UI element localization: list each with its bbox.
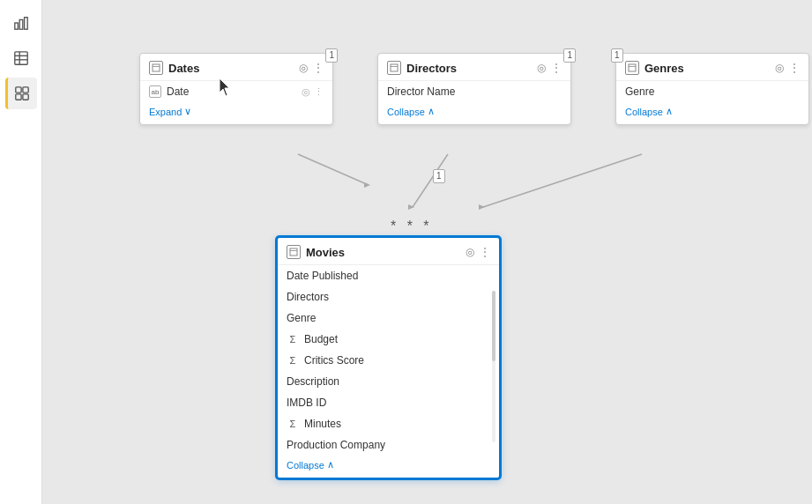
- genres-card-header: Genres ◎ ⋮: [616, 54, 808, 81]
- svg-rect-7: [16, 87, 21, 93]
- sidebar-item-bar-chart[interactable]: [5, 7, 37, 39]
- genres-title: Genres: [644, 62, 684, 75]
- movies-footer: Collapse ∧: [278, 456, 499, 478]
- movies-production-label: Production Company: [287, 439, 385, 451]
- director-name-label: Director Name: [387, 85, 455, 98]
- dates-more-icon[interactable]: ⋮: [313, 62, 324, 74]
- dates-card: Dates ◎ ⋮ ab Date ◎ ⋮ 1 Expand ∨: [139, 53, 333, 125]
- svg-line-13: [483, 154, 642, 207]
- sidebar-item-model[interactable]: [5, 78, 37, 109]
- svg-rect-10: [23, 94, 28, 100]
- date-field-icon: ab: [149, 85, 161, 98]
- movies-budget-label: Budget: [304, 333, 338, 345]
- svg-rect-3: [14, 52, 26, 64]
- svg-rect-9: [16, 94, 21, 100]
- directors-collapse-chevron: ∧: [428, 106, 435, 117]
- dates-eye-icon[interactable]: ◎: [299, 62, 308, 74]
- svg-marker-14: [364, 182, 370, 188]
- directors-field-name: Director Name: [378, 81, 570, 102]
- svg-rect-1: [19, 19, 23, 29]
- dates-expand-label: Expand: [149, 107, 182, 117]
- movies-date-published-label: Date Published: [287, 270, 358, 282]
- movies-critics-label: Critics Score: [304, 354, 364, 367]
- dates-table-icon: [149, 61, 163, 75]
- movies-field-minutes: Σ Minutes: [278, 413, 499, 434]
- mouse-cursor: [220, 78, 234, 101]
- movies-field-imdb-id: IMDB ID: [278, 392, 499, 413]
- svg-line-11: [298, 154, 369, 185]
- dates-card-header: Dates ◎ ⋮: [140, 54, 332, 81]
- svg-rect-0: [14, 23, 18, 29]
- svg-rect-2: [24, 18, 27, 30]
- genres-collapse-btn[interactable]: Collapse ∧: [625, 106, 800, 117]
- movies-imdb-label: IMDB ID: [287, 397, 326, 409]
- genres-table-icon: [625, 61, 639, 75]
- movies-field-date-published: Date Published: [278, 265, 499, 286]
- svg-rect-24: [290, 248, 297, 256]
- budget-sum-icon: Σ: [287, 334, 299, 345]
- directors-card-header: Directors ◎ ⋮: [378, 54, 570, 81]
- dates-field-date: ab Date ◎ ⋮: [140, 81, 332, 102]
- movies-field-description: Description: [278, 371, 499, 392]
- dates-badge: 1: [325, 48, 338, 63]
- movies-minutes-label: Minutes: [304, 418, 341, 430]
- svg-rect-20: [391, 64, 398, 71]
- movies-directors-label: Directors: [287, 291, 329, 303]
- movies-field-genre: Genre: [278, 308, 499, 329]
- genres-badge: 1: [611, 48, 623, 63]
- dates-expand-chevron: ∨: [184, 106, 191, 117]
- directors-collapse-btn[interactable]: Collapse ∧: [387, 106, 562, 117]
- movies-scrollbar-track: [492, 291, 495, 442]
- genres-footer: Collapse ∧: [616, 102, 808, 124]
- connector-badge-directors: 1: [433, 169, 445, 183]
- genres-more-icon[interactable]: ⋮: [789, 62, 800, 74]
- directors-footer: Collapse ∧: [378, 102, 570, 124]
- canvas: 1 Dates ◎ ⋮ ab Date ◎ ⋮: [42, 0, 812, 504]
- genres-card: Genres ◎ ⋮ Genre 1 Collapse ∧: [615, 53, 809, 125]
- movies-collapse-label: Collapse: [287, 460, 324, 471]
- dates-expand-btn[interactable]: Expand ∨: [149, 106, 324, 117]
- svg-rect-22: [629, 64, 636, 71]
- directors-badge: 1: [563, 48, 576, 63]
- svg-marker-19: [220, 78, 229, 96]
- directors-card: Directors ◎ ⋮ Director Name 1 Collapse ∧: [377, 53, 571, 125]
- svg-rect-8: [23, 87, 28, 93]
- critics-sum-icon: Σ: [287, 355, 299, 366]
- directors-eye-icon[interactable]: ◎: [537, 62, 546, 74]
- genres-eye-icon[interactable]: ◎: [775, 62, 784, 74]
- genre-label: Genre: [625, 85, 654, 98]
- movies-field-critics-score: Σ Critics Score: [278, 350, 499, 371]
- movies-genre-label: Genre: [287, 312, 316, 324]
- movies-more-icon[interactable]: ⋮: [480, 246, 490, 258]
- movies-table-icon: [287, 245, 301, 259]
- date-more-icon[interactable]: ⋮: [314, 86, 324, 98]
- movies-stars-indicator: * * *: [391, 219, 433, 234]
- sidebar-item-table[interactable]: [5, 42, 37, 74]
- genres-field-genre: Genre: [616, 81, 808, 102]
- movies-field-production-company: Production Company: [278, 434, 499, 456]
- directors-more-icon[interactable]: ⋮: [551, 62, 562, 74]
- movies-field-directors: Directors: [278, 286, 499, 308]
- movies-collapse-btn[interactable]: Collapse ∧: [287, 459, 490, 471]
- directors-table-icon: [387, 61, 401, 75]
- svg-marker-15: [408, 204, 414, 210]
- minutes-sum-icon: Σ: [287, 419, 299, 429]
- movies-collapse-chevron: ∧: [327, 459, 334, 471]
- directors-collapse-label: Collapse: [387, 107, 425, 117]
- svg-marker-16: [479, 204, 485, 210]
- movies-description-label: Description: [287, 375, 339, 388]
- movies-title: Movies: [306, 246, 345, 259]
- movies-field-budget: Σ Budget: [278, 329, 499, 350]
- date-eye-icon[interactable]: ◎: [302, 86, 310, 98]
- directors-title: Directors: [406, 62, 457, 75]
- date-field-label: Date: [167, 85, 189, 98]
- movies-eye-icon[interactable]: ◎: [466, 246, 474, 258]
- movies-card: Movies ◎ ⋮ Date Published Directors Genr…: [276, 236, 501, 479]
- dates-title: Dates: [168, 62, 199, 75]
- movies-card-header: Movies ◎ ⋮: [278, 238, 499, 265]
- movies-scrollbar-thumb[interactable]: [492, 291, 495, 361]
- genres-collapse-chevron: ∧: [666, 106, 673, 117]
- dates-footer: Expand ∨: [140, 102, 332, 124]
- genres-collapse-label: Collapse: [625, 107, 663, 117]
- sidebar: [0, 0, 42, 504]
